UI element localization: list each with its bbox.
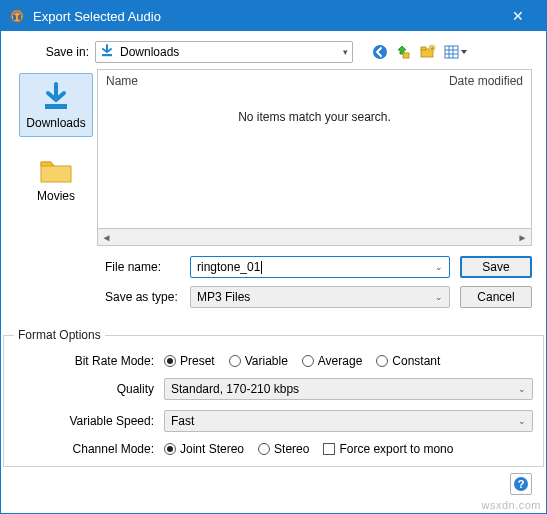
svg-rect-3 bbox=[102, 54, 112, 56]
channel-radio-stereo[interactable]: Stereo bbox=[258, 442, 309, 456]
nav-up-button[interactable] bbox=[395, 43, 413, 61]
app-icon bbox=[9, 8, 25, 24]
quality-label: Quality bbox=[14, 382, 164, 396]
file-list[interactable]: Name Date modified No items match your s… bbox=[97, 69, 532, 229]
title-bar: Export Selected Audio ✕ bbox=[1, 1, 546, 31]
channel-label: Channel Mode: bbox=[14, 442, 164, 456]
svg-text:?: ? bbox=[518, 478, 525, 490]
bitrate-radio-variable[interactable]: Variable bbox=[229, 354, 288, 368]
savein-combo[interactable]: Downloads ▾ bbox=[95, 41, 353, 63]
window-title: Export Selected Audio bbox=[33, 9, 498, 24]
close-button[interactable]: ✕ bbox=[498, 1, 538, 31]
chevron-down-icon: ⌄ bbox=[435, 292, 443, 302]
nav-newfolder-button[interactable]: ★ bbox=[419, 43, 437, 61]
svg-rect-7 bbox=[421, 47, 426, 50]
text-cursor bbox=[261, 261, 262, 274]
download-icon bbox=[22, 80, 90, 114]
format-options-group: Format Options Bit Rate Mode: Preset Var… bbox=[3, 328, 544, 467]
checkbox-icon bbox=[323, 443, 335, 455]
format-options-legend: Format Options bbox=[14, 328, 105, 342]
horizontal-scrollbar[interactable]: ◄ ► bbox=[97, 229, 532, 246]
bitrate-radio-constant[interactable]: Constant bbox=[376, 354, 440, 368]
filename-input[interactable]: ringtone_01 ⌄ bbox=[190, 256, 450, 278]
svg-rect-15 bbox=[45, 104, 67, 109]
quality-combo[interactable]: Standard, 170-210 kbps ⌄ bbox=[164, 378, 533, 400]
varspeed-combo[interactable]: Fast ⌄ bbox=[164, 410, 533, 432]
nav-back-button[interactable] bbox=[371, 43, 389, 61]
svg-rect-10 bbox=[445, 46, 458, 58]
force-mono-checkbox[interactable]: Force export to mono bbox=[323, 442, 453, 456]
chevron-down-icon: ▾ bbox=[343, 47, 348, 57]
radio-icon bbox=[229, 355, 241, 367]
save-button[interactable]: Save bbox=[460, 256, 532, 278]
filename-label: File name: bbox=[15, 260, 190, 274]
download-icon bbox=[100, 44, 114, 61]
sidebar-item-label: Downloads bbox=[22, 116, 90, 130]
chevron-down-icon[interactable]: ⌄ bbox=[435, 262, 443, 272]
svg-point-4 bbox=[373, 45, 387, 59]
radio-icon bbox=[258, 443, 270, 455]
savein-label: Save in: bbox=[15, 45, 95, 59]
sidebar-item-label: Movies bbox=[21, 189, 91, 203]
channel-radio-joint[interactable]: Joint Stereo bbox=[164, 442, 244, 456]
empty-message: No items match your search. bbox=[98, 110, 531, 124]
column-header-name[interactable]: Name bbox=[106, 74, 449, 88]
radio-icon bbox=[164, 355, 176, 367]
scroll-right-icon[interactable]: ► bbox=[514, 232, 531, 243]
sidebar-item-downloads[interactable]: Downloads bbox=[19, 73, 93, 137]
svg-rect-5 bbox=[403, 53, 409, 58]
help-button[interactable]: ? bbox=[510, 473, 532, 495]
scroll-left-icon[interactable]: ◄ bbox=[98, 232, 115, 243]
folder-icon bbox=[21, 153, 91, 187]
saveastype-label: Save as type: bbox=[15, 290, 190, 304]
column-header-date[interactable]: Date modified bbox=[449, 74, 523, 88]
places-sidebar: Downloads Movies bbox=[15, 69, 97, 229]
bitrate-radio-average[interactable]: Average bbox=[302, 354, 362, 368]
radio-icon bbox=[302, 355, 314, 367]
chevron-down-icon: ⌄ bbox=[518, 384, 526, 394]
radio-icon bbox=[164, 443, 176, 455]
nav-viewmenu-button[interactable] bbox=[443, 43, 469, 61]
bitrate-radio-preset[interactable]: Preset bbox=[164, 354, 215, 368]
varspeed-label: Variable Speed: bbox=[14, 414, 164, 428]
savein-value: Downloads bbox=[120, 45, 179, 59]
saveastype-combo[interactable]: MP3 Files ⌄ bbox=[190, 286, 450, 308]
bitrate-label: Bit Rate Mode: bbox=[14, 354, 164, 368]
chevron-down-icon: ⌄ bbox=[518, 416, 526, 426]
cancel-button[interactable]: Cancel bbox=[460, 286, 532, 308]
sidebar-item-movies[interactable]: Movies bbox=[19, 147, 93, 209]
radio-icon bbox=[376, 355, 388, 367]
